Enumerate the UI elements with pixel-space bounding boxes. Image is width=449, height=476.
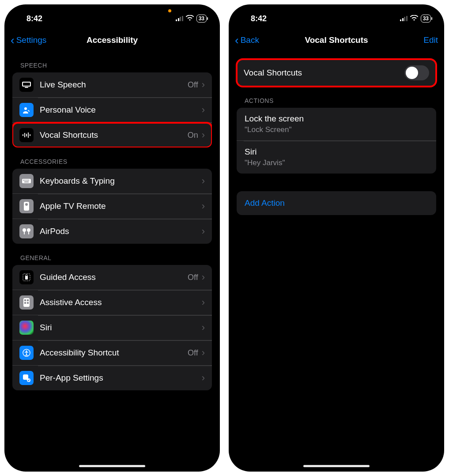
svg-rect-25 — [24, 299, 26, 301]
back-button[interactable]: ‹ Settings — [11, 34, 46, 46]
svg-point-20 — [27, 228, 30, 232]
action-title: Siri — [245, 147, 257, 157]
home-indicator[interactable] — [303, 465, 370, 467]
svg-rect-12 — [26, 180, 26, 181]
group-accessories: Keyboards & Typing › Apple TV Remote › A… — [12, 169, 212, 244]
group-speech: Live Speech Off › Personal Voice › Vocal… — [12, 72, 212, 147]
row-label: Accessibility Shortcut — [40, 348, 188, 358]
back-label: Back — [241, 35, 259, 45]
svg-point-3 — [24, 107, 27, 110]
personal-voice-icon — [19, 103, 34, 117]
row-value: Off — [188, 80, 198, 90]
svg-rect-13 — [27, 180, 28, 181]
row-label: Apple TV Remote — [40, 201, 202, 211]
svg-rect-19 — [24, 231, 25, 234]
cellular-icon — [176, 16, 183, 21]
row-value: Off — [188, 348, 198, 358]
row-assistive-access[interactable]: Assistive Access › — [12, 290, 212, 315]
nav-bar: ‹ Settings Accessibility — [4, 29, 220, 51]
wifi-icon — [186, 15, 194, 23]
a11y-shortcut-icon — [19, 346, 34, 360]
status-time: 8:42 — [26, 14, 42, 23]
live-speech-icon — [19, 78, 34, 92]
row-label: Per-App Settings — [40, 373, 202, 383]
settings-content[interactable]: SPEECH Live Speech Off › Personal Voice … — [4, 51, 220, 472]
action-row-lock-screen[interactable]: Lock the screen "Lock Screen" — [237, 108, 436, 140]
status-time: 8:42 — [251, 14, 267, 23]
chevron-right-icon: › — [202, 272, 205, 283]
svg-point-18 — [23, 228, 26, 232]
svg-rect-1 — [23, 83, 30, 86]
row-airpods[interactable]: AirPods › — [12, 219, 212, 244]
chevron-right-icon: › — [202, 175, 205, 187]
row-vocal-shortcuts-toggle[interactable]: Vocal Shortcuts — [237, 59, 436, 87]
status-bar: 8:42 33 — [4, 4, 220, 29]
chevron-right-icon: › — [202, 104, 205, 116]
row-siri[interactable]: Siri › — [12, 315, 212, 340]
svg-point-17 — [25, 203, 28, 206]
chevron-right-icon: › — [202, 297, 205, 308]
status-icons: 33 — [176, 15, 207, 23]
mic-indicator-dot — [168, 9, 171, 12]
wifi-icon — [410, 15, 418, 23]
toggle-label: Vocal Shortcuts — [244, 68, 404, 78]
svg-rect-15 — [24, 181, 29, 182]
row-label: Personal Voice — [40, 105, 202, 115]
chevron-right-icon: › — [202, 226, 205, 237]
action-phrase: "Hey Jarvis" — [245, 159, 285, 167]
row-personal-voice[interactable]: Personal Voice › — [12, 97, 212, 122]
chevron-left-icon: ‹ — [11, 34, 15, 46]
row-vocal-shortcuts[interactable]: Vocal Shortcuts On › — [12, 122, 212, 147]
svg-rect-2 — [25, 87, 28, 88]
svg-point-30 — [26, 351, 27, 352]
row-label: Assistive Access — [40, 298, 202, 307]
chevron-right-icon: › — [202, 347, 205, 359]
row-label: Vocal Shortcuts — [40, 130, 188, 140]
back-button[interactable]: ‹ Back — [235, 34, 259, 46]
svg-rect-21 — [28, 231, 29, 234]
home-indicator[interactable] — [79, 465, 145, 467]
vocal-shortcuts-content[interactable]: Vocal Shortcuts ACTIONS Lock the screen … — [229, 51, 444, 472]
vocal-shortcuts-icon — [19, 128, 34, 142]
row-label: AirPods — [40, 227, 202, 236]
row-label: Guided Access — [40, 272, 188, 282]
action-row-siri[interactable]: Siri "Hey Jarvis" — [237, 140, 436, 174]
battery-icon: 33 — [421, 15, 431, 23]
svg-rect-11 — [24, 180, 25, 181]
group-actions: Lock the screen "Lock Screen" Siri "Hey … — [237, 108, 436, 174]
section-header-speech: SPEECH — [12, 51, 212, 72]
row-accessibility-shortcut[interactable]: Accessibility Shortcut Off › — [12, 340, 212, 365]
group-general: Guided Access Off › Assistive Access › S… — [12, 265, 212, 390]
row-per-app-settings[interactable]: Per-App Settings › — [12, 365, 212, 390]
keyboard-icon — [19, 174, 34, 188]
back-label: Settings — [16, 35, 47, 45]
action-title: Lock the screen — [245, 114, 304, 124]
svg-rect-23 — [25, 276, 28, 280]
row-live-speech[interactable]: Live Speech Off › — [12, 72, 212, 97]
battery-icon: 33 — [196, 15, 207, 23]
row-keyboards-typing[interactable]: Keyboards & Typing › — [12, 169, 212, 193]
vocal-shortcuts-switch[interactable] — [404, 65, 429, 80]
svg-rect-10 — [23, 180, 24, 181]
row-value: On — [188, 131, 198, 140]
chevron-right-icon: › — [202, 200, 205, 212]
chevron-right-icon: › — [202, 372, 205, 384]
row-guided-access[interactable]: Guided Access Off › — [12, 265, 212, 290]
row-apple-tv-remote[interactable]: Apple TV Remote › — [12, 193, 212, 219]
row-value: Off — [188, 273, 198, 282]
cellular-icon — [400, 16, 407, 21]
section-header-general: GENERAL — [12, 244, 212, 265]
status-bar: 8:42 33 — [229, 4, 444, 29]
row-label: Live Speech — [40, 80, 188, 90]
siri-icon — [19, 321, 34, 335]
edit-button[interactable]: Edit — [423, 35, 438, 45]
svg-rect-28 — [27, 302, 29, 304]
screenshot-vocal-shortcuts: 8:42 33 ‹ Back Vocal Shortcuts Edit Voca… — [229, 4, 444, 472]
guided-access-icon — [19, 270, 34, 284]
chevron-right-icon: › — [202, 79, 205, 91]
page-title: Accessibility — [87, 35, 138, 45]
remote-icon — [19, 199, 34, 213]
assistive-access-icon — [19, 295, 34, 310]
add-action-button[interactable]: Add Action — [237, 191, 436, 215]
svg-rect-14 — [28, 180, 29, 181]
